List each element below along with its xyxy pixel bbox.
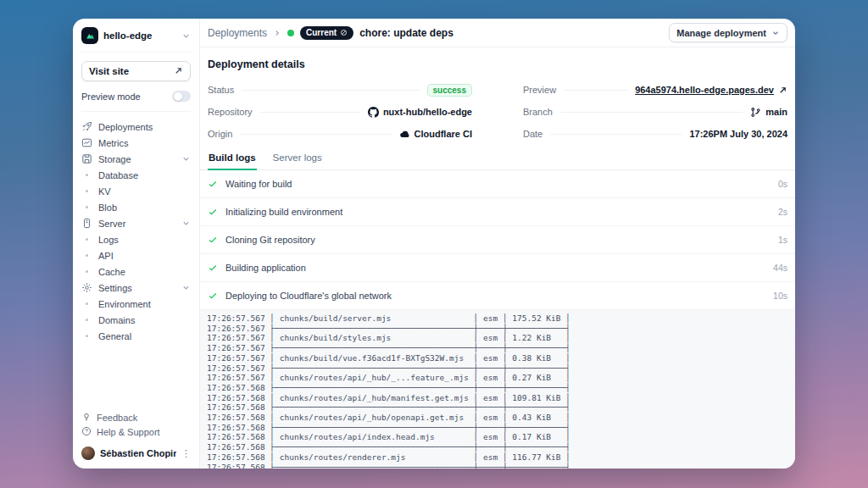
user-name: Sébastien Chopin <box>100 448 176 458</box>
sidebar-item-cache[interactable]: Cache <box>81 263 191 280</box>
page-header: Deployments Current chore: update deps M… <box>200 19 795 47</box>
sidebar-item-environment[interactable]: Environment <box>81 296 191 312</box>
sidebar-item-label: Metrics <box>98 138 128 148</box>
sidebar-item-server[interactable]: Server <box>81 215 191 231</box>
sidebar-item-api[interactable]: API <box>81 247 191 263</box>
bullet-icon <box>81 266 92 277</box>
step-duration: 44s <box>773 263 787 273</box>
bullet-icon <box>81 250 92 261</box>
detail-label: Branch <box>523 107 553 117</box>
build-step[interactable]: Deploying to Cloudflare's global network… <box>200 282 795 310</box>
manage-deployment-label: Manage deployment <box>676 28 766 38</box>
detail-value-branch: main <box>750 107 787 118</box>
sidebar-item-blob[interactable]: Blob <box>81 199 191 215</box>
sidebar-item-label: Domains <box>98 315 135 325</box>
cloud-icon <box>399 129 410 140</box>
detail-value-date: 17:26PM July 30, 2024 <box>689 129 787 139</box>
build-step[interactable]: Waiting for build0s <box>200 170 795 198</box>
sidebar-footer: FeedbackHelp & Support Sébastien Chopin … <box>81 410 191 460</box>
main-panel: Deployments Current chore: update deps M… <box>200 19 795 469</box>
github-icon <box>368 107 379 118</box>
step-duration: 0s <box>778 179 787 189</box>
sidebar-item-storage[interactable]: Storage <box>81 151 191 167</box>
tab-build-logs[interactable]: Build logs <box>208 147 257 170</box>
sidebar-item-label: Blob <box>98 202 117 213</box>
visit-site-label: Visit site <box>89 66 129 76</box>
visit-site-button[interactable]: Visit site <box>81 61 191 81</box>
sidebar-item-label: Settings <box>98 283 132 293</box>
workspace-switcher[interactable]: hello-edge <box>81 25 191 53</box>
leader-line <box>550 134 682 135</box>
build-log-terminal[interactable]: 17:26:57.567 │ chunks/build/server.mjs │… <box>200 310 795 469</box>
deployment-details-section: Deployment details StatussuccessReposito… <box>200 47 795 145</box>
chevron-down-icon <box>771 29 780 37</box>
git-branch-icon <box>750 107 761 118</box>
chevron-down-icon <box>181 154 191 164</box>
chevron-right-icon <box>273 29 281 37</box>
sidebar-item-label: General <box>98 331 131 341</box>
bullet-icon <box>81 298 92 309</box>
help-circle-icon <box>81 426 92 438</box>
sidebar-item-label: Server <box>98 219 125 229</box>
sidebar-item-label: Deployments <box>98 122 153 132</box>
sidebar-item-logs[interactable]: Logs <box>81 231 191 247</box>
detail-text: 17:26PM July 30, 2024 <box>689 129 787 139</box>
chevron-down-icon <box>181 219 191 228</box>
bullet-icon <box>81 314 92 325</box>
footer-item-label: Help & Support <box>97 427 160 437</box>
step-duration: 10s <box>773 291 787 301</box>
manage-deployment-button[interactable]: Manage deployment <box>669 23 787 42</box>
check-icon <box>208 263 218 273</box>
chevron-down-icon <box>181 31 191 41</box>
lightbulb-icon <box>81 412 92 424</box>
slash-circle-icon <box>340 29 348 36</box>
breadcrumb[interactable]: Deployments <box>208 27 267 39</box>
footer-item-feedback[interactable]: Feedback <box>81 410 191 424</box>
footer-item-help-support[interactable]: Help & Support <box>81 424 191 439</box>
sidebar-item-metrics[interactable]: Metrics <box>81 135 191 151</box>
check-icon <box>208 207 218 217</box>
sidebar-item-label: Database <box>98 170 138 180</box>
rocket-icon <box>81 121 92 132</box>
detail-label: Status <box>208 85 234 95</box>
sidebar-item-kv[interactable]: KV <box>81 183 191 199</box>
detail-label: Preview <box>523 85 556 95</box>
leader-line <box>260 112 360 113</box>
detail-label: Date <box>523 129 542 139</box>
current-badge-label: Current <box>306 28 337 37</box>
current-badge: Current <box>300 26 353 40</box>
server-icon <box>81 218 92 229</box>
detail-value-repository[interactable]: nuxt-hub/hello-edge <box>368 107 472 118</box>
footer-item-label: Feedback <box>97 413 137 423</box>
detail-row-status: Statussuccess <box>208 79 472 101</box>
sidebar-item-label: KV <box>98 186 111 197</box>
detail-value-origin: Cloudflare CI <box>399 129 472 140</box>
leader-line <box>240 134 391 135</box>
build-step[interactable]: Cloning Git repository1s <box>200 226 795 254</box>
tab-server-logs[interactable]: Server logs <box>272 147 323 170</box>
step-duration: 2s <box>778 207 787 217</box>
detail-row-preview: Preview964a5974.hello-edge.pages.dev <box>523 79 787 101</box>
sidebar-item-settings[interactable]: Settings <box>81 280 191 296</box>
build-steps: Waiting for build0sInitializing build en… <box>200 170 795 310</box>
detail-value-preview[interactable]: 964a5974.hello-edge.pages.dev <box>635 85 787 95</box>
preview-link[interactable]: 964a5974.hello-edge.pages.dev <box>635 85 774 95</box>
detail-row-date: Date17:26PM July 30, 2024 <box>523 123 787 145</box>
sidebar-item-general[interactable]: General <box>81 328 191 344</box>
sidebar-item-database[interactable]: Database <box>81 167 191 183</box>
bullet-icon <box>81 234 92 245</box>
external-link-icon <box>174 66 183 77</box>
build-step[interactable]: Initializing build environment2s <box>200 198 795 226</box>
sidebar-item-domains[interactable]: Domains <box>81 312 191 328</box>
bullet-icon <box>81 169 92 180</box>
section-heading: Deployment details <box>208 58 787 70</box>
leader-line <box>560 112 743 113</box>
chart-icon <box>81 137 92 148</box>
sidebar-item-label: Cache <box>98 267 125 277</box>
preview-mode-toggle[interactable] <box>172 91 191 102</box>
kebab-menu-icon[interactable]: ⋮ <box>181 449 191 458</box>
detail-label: Origin <box>208 129 232 139</box>
build-step[interactable]: Building application44s <box>200 254 795 282</box>
sidebar-item-deployments[interactable]: Deployments <box>81 119 191 135</box>
user-menu[interactable]: Sébastien Chopin ⋮ <box>81 446 191 460</box>
